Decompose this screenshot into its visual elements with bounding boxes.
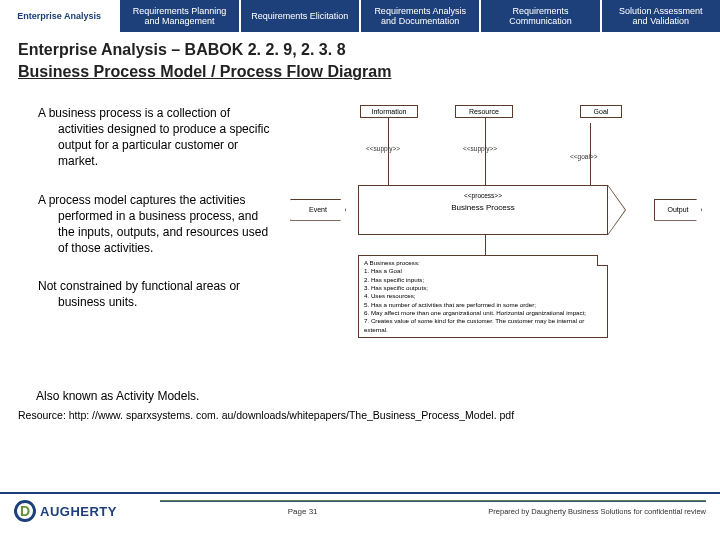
tab-enterprise-analysis[interactable]: Enterprise Analysis — [0, 0, 120, 32]
paragraph-4: Also known as Activity Models. — [36, 389, 702, 403]
logo-icon: D — [14, 500, 36, 522]
paragraph-2: A process model captures the activities … — [18, 192, 278, 257]
text-column: A business process is a collection of ac… — [18, 105, 278, 385]
output-label: Output — [667, 206, 688, 213]
tab-requirements-elicitation[interactable]: Requirements Elicitation — [241, 0, 361, 32]
footer: D AUGHERTY Page 31 Prepared by Daugherty… — [0, 492, 720, 540]
note-item: 6. May affect more than one organization… — [364, 309, 602, 317]
prepared-by: Prepared by Daugherty Business Solutions… — [488, 507, 706, 516]
diagram-notes: A Business process: 1. Has a Goal 2. Has… — [358, 255, 608, 338]
slide-title-line2: Business Process Model / Process Flow Di… — [18, 63, 702, 81]
process-arrow-icon — [608, 185, 626, 235]
connector — [485, 235, 486, 255]
logo-letter: D — [20, 503, 30, 519]
process-label: Business Process — [359, 203, 607, 212]
paragraph-3: Not constrained by functional areas or b… — [18, 278, 278, 310]
note-item: 5. Has a number of activities that are p… — [364, 301, 602, 309]
event-label: Event — [309, 206, 327, 213]
note-item: 2. Has specific inputs; — [364, 276, 602, 284]
diagram-box-goal: Goal — [580, 105, 622, 118]
note-item: 7. Creates value of some kind for the cu… — [364, 317, 602, 334]
tab-bar: Enterprise Analysis Requirements Plannin… — [0, 0, 720, 32]
stereotype-supply: <<supply>> — [463, 145, 497, 152]
slide-title-line1: Enterprise Analysis – BABOK 2. 2. 9, 2. … — [18, 40, 702, 61]
note-item: 3. Has specific outputs; — [364, 284, 602, 292]
stereotype-goal: <<goal>> — [570, 153, 597, 160]
paragraph-1: A business process is a collection of ac… — [18, 105, 278, 170]
tab-requirements-communication[interactable]: Requirements Communication — [481, 0, 601, 32]
note-item: 4. Uses resources; — [364, 292, 602, 300]
slide-content: Enterprise Analysis – BABOK 2. 2. 9, 2. … — [0, 32, 720, 403]
diagram-event: Event — [290, 199, 346, 221]
logo-text: AUGHERTY — [40, 504, 117, 519]
footer-divider — [160, 500, 706, 502]
diagram-output: Output — [654, 199, 702, 221]
tab-requirements-analysis[interactable]: Requirements Analysis and Documentation — [361, 0, 481, 32]
diagram-box-resource: Resource — [455, 105, 513, 118]
process-diagram: Information Resource Goal <<supply>> <<s… — [290, 105, 702, 385]
resource-link: Resource: http: //www. sparxsystems. com… — [18, 409, 720, 421]
page-number: Page 31 — [288, 507, 318, 516]
stereotype-process: <<process>> — [359, 192, 607, 199]
note-item: 1. Has a Goal — [364, 267, 602, 275]
tab-solution-assessment[interactable]: Solution Assessment and Validation — [602, 0, 720, 32]
tab-requirements-planning[interactable]: Requirements Planning and Management — [120, 0, 240, 32]
diagram-process: <<process>> Business Process — [358, 185, 608, 235]
notes-title: A Business process: — [364, 259, 602, 267]
stereotype-supply: <<supply>> — [366, 145, 400, 152]
diagram-box-information: Information — [360, 105, 418, 118]
logo: D AUGHERTY — [14, 500, 117, 522]
